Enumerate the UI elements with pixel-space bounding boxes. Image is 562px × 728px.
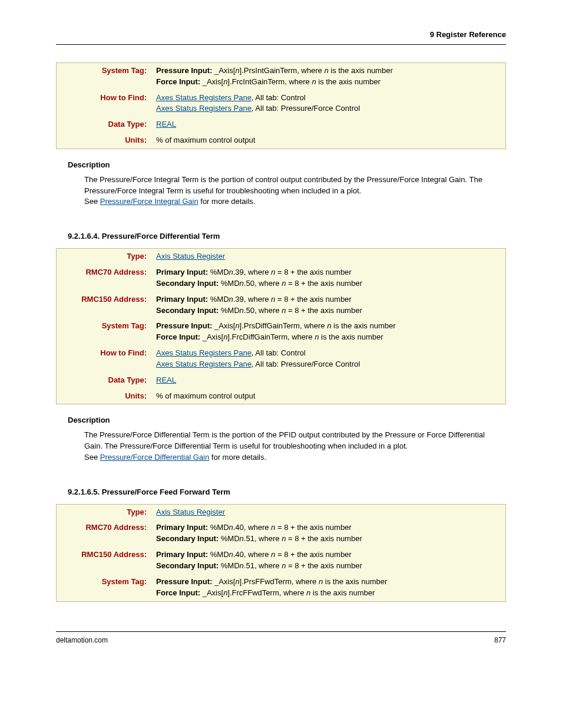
table-row: How to Find:Axes Status Registers Pane, …	[57, 90, 506, 117]
table-row: System Tag:Pressure Input: _Axis[n].PrsD…	[57, 318, 506, 345]
row-label: Units:	[57, 388, 152, 404]
row-value: Primary Input: %MDn.40, where n = 8 + th…	[151, 520, 506, 547]
table-row: Data Type:REAL	[57, 117, 506, 133]
row-label: RMC70 Address:	[57, 520, 152, 547]
row-value: Primary Input: %MDn.39, where n = 8 + th…	[151, 292, 506, 319]
table-row: RMC70 Address:Primary Input: %MDn.40, wh…	[57, 520, 506, 547]
page-footer: deltamotion.com 877	[56, 631, 506, 645]
row-label: System Tag:	[57, 62, 152, 90]
table-row: System Tag:Pressure Input: _Axis[n].PrsF…	[57, 574, 506, 601]
row-label: Data Type:	[57, 373, 152, 388]
section-heading-feedforward: 9.2.1.6.5. Pressure/Force Feed Forward T…	[68, 487, 506, 498]
register-table-feedforward-term: Type:Axis Status RegisterRMC70 Address:P…	[56, 504, 506, 602]
row-value: Pressure Input: _Axis[n].PrsIntGainTerm,…	[151, 62, 506, 90]
row-value: Axis Status Register	[151, 249, 506, 265]
row-value: Axis Status Register	[151, 504, 506, 520]
row-value: % of maximum control output	[151, 133, 506, 149]
row-label: System Tag:	[57, 574, 152, 601]
row-value: REAL	[151, 117, 506, 133]
row-label: RMC150 Address:	[57, 547, 152, 574]
table-body: Type:Axis Status RegisterRMC70 Address:P…	[57, 504, 506, 601]
table-body: System Tag:Pressure Input: _Axis[n].PrsI…	[57, 62, 506, 149]
page-header: 9 Register Reference	[56, 29, 506, 45]
table-row: Units:% of maximum control output	[57, 133, 506, 149]
row-value: Primary Input: %MDn.39, where n = 8 + th…	[151, 265, 506, 292]
table-row: How to Find:Axes Status Registers Pane, …	[57, 345, 506, 373]
row-value: Axes Status Registers Pane, All tab: Con…	[151, 90, 506, 117]
description-heading: Description	[68, 160, 506, 171]
table-row: Units:% of maximum control output	[57, 388, 506, 404]
row-value: Primary Input: %MDn.40, where n = 8 + th…	[151, 547, 506, 574]
table-row: RMC150 Address:Primary Input: %MDn.40, w…	[57, 547, 506, 574]
row-label: Units:	[57, 133, 152, 149]
row-value: % of maximum control output	[151, 388, 506, 404]
row-label: Data Type:	[57, 117, 152, 133]
row-value: REAL	[151, 373, 506, 388]
table-row: System Tag:Pressure Input: _Axis[n].PrsI…	[57, 62, 506, 90]
table-body: Type:Axis Status RegisterRMC70 Address:P…	[57, 249, 506, 404]
row-label: Type:	[57, 249, 152, 265]
table-row: Type:Axis Status Register	[57, 249, 506, 265]
description-heading: Description	[68, 415, 506, 426]
register-table-differential-term: Type:Axis Status RegisterRMC70 Address:P…	[56, 248, 506, 404]
row-value: Axes Status Registers Pane, All tab: Con…	[151, 345, 506, 373]
table-row: RMC150 Address:Primary Input: %MDn.39, w…	[57, 292, 506, 319]
register-table-integral-term: System Tag:Pressure Input: _Axis[n].PrsI…	[56, 62, 506, 149]
row-label: Type:	[57, 504, 152, 520]
row-value: Pressure Input: _Axis[n].PrsFFwdTerm, wh…	[151, 574, 506, 601]
section-heading-differential: 9.2.1.6.4. Pressure/Force Differential T…	[68, 231, 506, 242]
footer-right: 877	[494, 635, 506, 645]
row-label: How to Find:	[57, 345, 152, 373]
description-body: The Pressure/Force Integral Term is the …	[84, 174, 494, 208]
row-label: System Tag:	[57, 318, 152, 345]
table-row: Data Type:REAL	[57, 373, 506, 388]
description-body: The Pressure/Force Differential Term is …	[84, 430, 494, 463]
footer-left: deltamotion.com	[56, 635, 108, 645]
row-value: Pressure Input: _Axis[n].PrsDiffGainTerm…	[151, 318, 506, 345]
table-row: Type:Axis Status Register	[57, 504, 506, 520]
row-label: RMC70 Address:	[57, 265, 152, 292]
table-row: RMC70 Address:Primary Input: %MDn.39, wh…	[57, 265, 506, 292]
row-label: How to Find:	[57, 90, 152, 117]
row-label: RMC150 Address:	[57, 292, 152, 319]
